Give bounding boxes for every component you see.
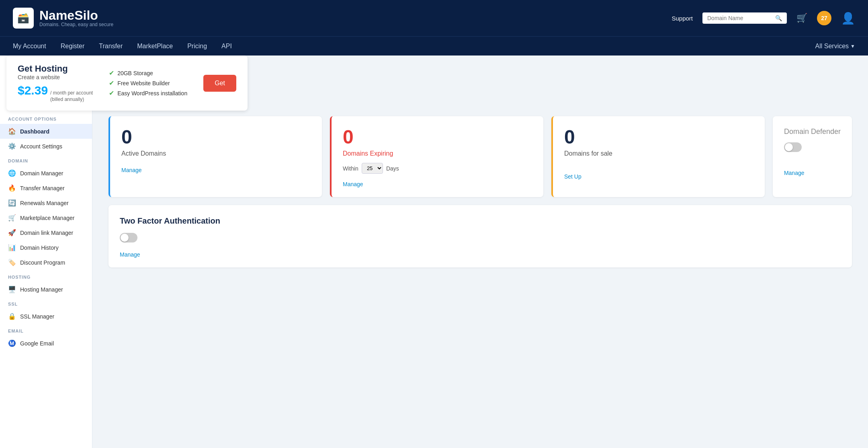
all-services-label: All Services: [815, 43, 849, 50]
sidebar-item-dashboard[interactable]: 🏠 Dashboard: [0, 124, 92, 139]
promo-feature-3: ✔Easy WordPress installation: [109, 89, 187, 97]
domain-manager-icon: 🌐: [8, 169, 16, 177]
check-icon-3: ✔: [109, 89, 114, 97]
expiring-domains-label: Domains Expiring: [343, 150, 532, 157]
cards-row: 0 Active Domains Manage 0 Domains Expiri…: [108, 116, 852, 197]
expiring-domains-count: 0: [343, 127, 532, 147]
sidebar-item-discount-program[interactable]: 🏷️ Discount Program: [0, 255, 92, 270]
domains-for-sale-label: Domains for sale: [564, 150, 753, 157]
house-icon: 🏠: [8, 127, 16, 135]
days-select[interactable]: 25 30 60 90: [362, 163, 383, 174]
marketplace-icon: 🛒: [8, 214, 16, 222]
logo[interactable]: 🗃️ NameSilo Domains. Cheap, easy and sec…: [13, 8, 113, 29]
nav-all-services[interactable]: All Services ▼: [815, 43, 855, 50]
nav-pricing[interactable]: Pricing: [187, 43, 207, 50]
promo-feature-2: ✔Free Website Builder: [109, 79, 187, 87]
card-domain-defender: Domain Defender Manage: [773, 116, 852, 197]
promo-price-row: $2.39 / month per account(billed annuall…: [18, 84, 93, 103]
transfer-icon: 🔥: [8, 184, 16, 192]
ssl-icon: 🔒: [8, 312, 16, 320]
header-right: Support 🔍 🛒 27 👤: [671, 11, 855, 25]
nav-marketplace[interactable]: MarketPlace: [137, 43, 173, 50]
sidebar-domain-history-label: Domain History: [20, 245, 59, 251]
promo-features: ✔20GB Storage ✔Free Website Builder ✔Eas…: [109, 69, 187, 97]
logo-icon: 🗃️: [13, 8, 34, 29]
nav-bar: My Account Register Transfer MarketPlace…: [0, 36, 868, 55]
history-icon: 📊: [8, 244, 16, 251]
sidebar-account-settings-label: Account Settings: [20, 143, 62, 150]
domain-defender-manage-link[interactable]: Manage: [784, 170, 841, 176]
expiring-days-row: Within 25 30 60 90 Days: [343, 163, 532, 174]
sidebar-item-domain-link-manager[interactable]: 🚀 Domain link Manager: [0, 225, 92, 240]
sidebar-transfer-label: Transfer Manager: [20, 185, 65, 191]
promo-price-suffix: / month per account(billed annually): [50, 90, 93, 103]
active-domains-manage-link[interactable]: Manage: [121, 167, 311, 173]
search-box: 🔍: [702, 12, 787, 24]
domain-defender-toggle[interactable]: [784, 142, 802, 152]
2fa-title: Two Factor Authentication: [120, 216, 841, 226]
promo-left: Get Hosting Create a website $2.39 / mon…: [18, 64, 93, 103]
promo-title: Get Hosting: [18, 64, 93, 74]
sidebar-domain-manager-label: Domain Manager: [20, 170, 63, 177]
sidebar-section-domain: DOMAIN: [0, 154, 92, 166]
nav-transfer[interactable]: Transfer: [99, 43, 123, 50]
within-label: Within: [343, 165, 358, 172]
card-active-domains: 0 Active Domains Manage: [108, 116, 322, 197]
logo-tagline: Domains. Cheap, easy and secure: [39, 22, 113, 27]
active-domains-label: Active Domains: [121, 150, 311, 157]
card-2fa: Two Factor Authentication Manage: [108, 205, 852, 267]
main-layout: Get Hosting Create a website $2.39 / mon…: [0, 55, 868, 448]
sidebar-item-hosting-manager[interactable]: 🖥️ Hosting Manager: [0, 282, 92, 297]
cart-icon[interactable]: 🛒: [796, 13, 807, 23]
logo-text: NameSilo Domains. Cheap, easy and secure: [39, 9, 113, 27]
sidebar-discount-label: Discount Program: [20, 259, 65, 266]
promo-banner: Get Hosting Create a website $2.39 / mon…: [6, 55, 248, 111]
sidebar-domain-link-label: Domain link Manager: [20, 230, 73, 236]
chevron-down-icon: ▼: [850, 43, 855, 49]
nav-register[interactable]: Register: [61, 43, 85, 50]
check-icon-2: ✔: [109, 79, 114, 87]
sidebar-item-marketplace-manager[interactable]: 🛒 Marketplace Manager: [0, 210, 92, 225]
search-icon: 🔍: [775, 15, 782, 21]
sidebar-item-transfer-manager[interactable]: 🔥 Transfer Manager: [0, 181, 92, 195]
avatar-icon[interactable]: 👤: [841, 12, 855, 25]
nav-api[interactable]: API: [221, 43, 232, 50]
gear-icon: ⚙️: [8, 142, 16, 150]
notification-badge[interactable]: 27: [817, 11, 831, 25]
promo-feature-1: ✔20GB Storage: [109, 69, 187, 77]
sidebar-renewals-label: Renewals Manager: [20, 200, 69, 206]
sidebar-item-domain-history[interactable]: 📊 Domain History: [0, 240, 92, 255]
sidebar-item-domain-manager[interactable]: 🌐 Domain Manager: [0, 166, 92, 181]
domains-for-sale-setup-link[interactable]: Set Up: [564, 173, 753, 180]
promo-get-button[interactable]: Get: [203, 75, 236, 92]
sidebar-item-renewals-manager[interactable]: 🔄 Renewals Manager: [0, 195, 92, 210]
2fa-toggle[interactable]: [120, 233, 137, 242]
header: 🗃️ NameSilo Domains. Cheap, easy and sec…: [0, 0, 868, 36]
2fa-manage-link[interactable]: Manage: [120, 251, 841, 258]
card-expiring-domains: 0 Domains Expiring Within 25 30 60 90 Da…: [330, 116, 543, 197]
sidebar-ssl-label: SSL Manager: [20, 313, 54, 320]
discount-icon: 🏷️: [8, 259, 16, 266]
sidebar-section-email: EMAIL: [0, 324, 92, 336]
nav-my-account[interactable]: My Account: [13, 43, 46, 50]
check-icon-1: ✔: [109, 69, 114, 77]
sidebar-item-google-email[interactable]: Ⓜ️ Google Email: [0, 336, 92, 351]
logo-name: NameSilo: [39, 9, 113, 22]
sidebar-item-ssl-manager[interactable]: 🔒 SSL Manager: [0, 309, 92, 324]
promo-subtitle: Create a website: [18, 74, 93, 80]
sidebar-google-email-label: Google Email: [20, 340, 54, 347]
sidebar: ACCOUNT OPTIONS 🏠 Dashboard ⚙️ Account S…: [0, 55, 92, 448]
days-label: Days: [386, 165, 399, 172]
renewals-icon: 🔄: [8, 199, 16, 207]
search-input[interactable]: [707, 15, 772, 21]
sidebar-marketplace-label: Marketplace Manager: [20, 215, 74, 221]
card-domains-for-sale: 0 Domains for sale Set Up: [551, 116, 765, 197]
content: Dashboard Last Login 2024-09-30 18:36:14…: [92, 55, 868, 448]
support-link[interactable]: Support: [671, 15, 693, 22]
hosting-icon: 🖥️: [8, 286, 16, 293]
sidebar-hosting-label: Hosting Manager: [20, 286, 63, 293]
sidebar-section-hosting: HOSTING: [0, 270, 92, 282]
expiring-domains-manage-link[interactable]: Manage: [343, 181, 532, 187]
sidebar-item-account-settings[interactable]: ⚙️ Account Settings: [0, 139, 92, 154]
sidebar-section-account: ACCOUNT OPTIONS: [0, 112, 92, 124]
